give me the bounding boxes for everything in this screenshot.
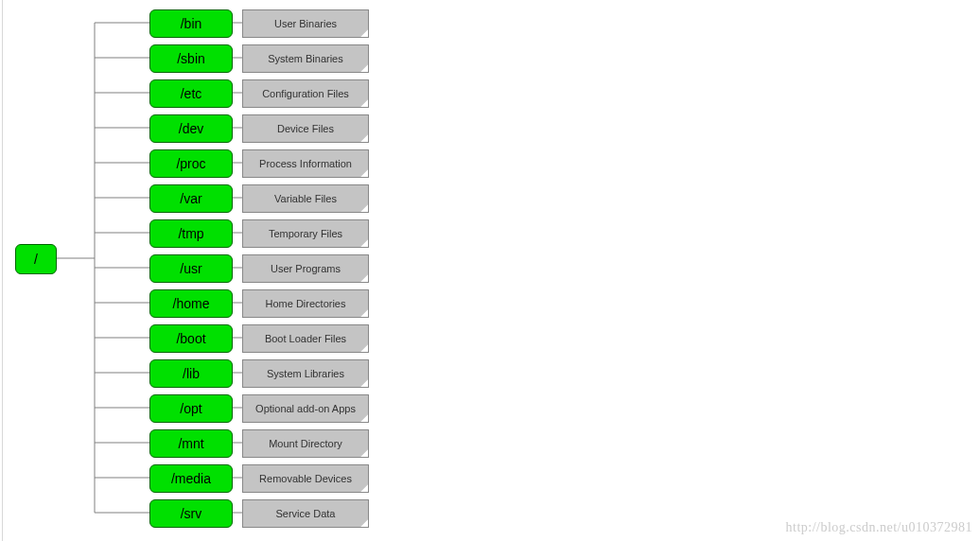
dir-node: /boot xyxy=(149,324,233,353)
desc-note: System Libraries xyxy=(242,359,369,388)
dir-node: /dev xyxy=(149,114,233,143)
diagram-canvas: / /binUser Binaries/sbinSystem Binaries/… xyxy=(0,0,980,541)
desc-note: Variable Files xyxy=(242,184,369,213)
dir-label: /bin xyxy=(181,16,202,31)
dir-label: /media xyxy=(171,471,211,486)
dir-node: /usr xyxy=(149,254,233,283)
root-node: / xyxy=(15,244,57,274)
desc-label: User Binaries xyxy=(274,18,337,29)
dir-node: /bin xyxy=(149,9,233,38)
dir-node: /media xyxy=(149,464,233,493)
dir-label: /boot xyxy=(176,331,205,346)
dir-label: /proc xyxy=(176,156,205,171)
desc-note: Mount Directory xyxy=(242,429,369,458)
page-left-rule xyxy=(2,0,3,541)
connector-lines xyxy=(0,0,980,541)
desc-note: Configuration Files xyxy=(242,79,369,108)
dir-node: /var xyxy=(149,184,233,213)
dir-label: /dev xyxy=(179,121,203,136)
dir-node: /srv xyxy=(149,499,233,528)
desc-label: Home Directories xyxy=(266,298,346,309)
desc-label: System Binaries xyxy=(268,53,342,64)
dir-node: /lib xyxy=(149,359,233,388)
dir-label: /opt xyxy=(180,401,201,416)
desc-note: Boot Loader Files xyxy=(242,324,369,353)
desc-label: Variable Files xyxy=(274,193,337,204)
desc-label: Device Files xyxy=(277,123,334,134)
desc-note: Process Information xyxy=(242,149,369,178)
desc-note: Device Files xyxy=(242,114,369,143)
desc-label: Service Data xyxy=(276,508,336,519)
desc-label: Boot Loader Files xyxy=(265,333,346,344)
desc-note: Optional add-on Apps xyxy=(242,394,369,423)
desc-note: User Programs xyxy=(242,254,369,283)
desc-note: Temporary Files xyxy=(242,219,369,248)
desc-label: Configuration Files xyxy=(262,88,349,99)
desc-note: Home Directories xyxy=(242,289,369,318)
watermark-text: http://blog.csdn.net/u010372981 xyxy=(786,520,973,535)
dir-label: /mnt xyxy=(178,436,203,451)
dir-node: /opt xyxy=(149,394,233,423)
dir-node: /mnt xyxy=(149,429,233,458)
desc-label: Temporary Files xyxy=(269,228,342,239)
desc-label: Optional add-on Apps xyxy=(255,403,356,414)
desc-label: Mount Directory xyxy=(269,438,342,449)
desc-note: Removable Devices xyxy=(242,464,369,493)
dir-node: /home xyxy=(149,289,233,318)
dir-label: /etc xyxy=(181,86,202,101)
dir-label: /srv xyxy=(181,506,202,521)
dir-label: /sbin xyxy=(177,51,205,66)
desc-note: System Binaries xyxy=(242,44,369,73)
dir-node: /proc xyxy=(149,149,233,178)
desc-note: User Binaries xyxy=(242,9,369,38)
dir-label: /lib xyxy=(183,366,200,381)
dir-label: /home xyxy=(173,296,210,311)
dir-label: /tmp xyxy=(178,226,203,241)
desc-note: Service Data xyxy=(242,499,369,528)
desc-label: User Programs xyxy=(271,263,341,274)
dir-label: /var xyxy=(180,191,201,206)
root-label: / xyxy=(34,252,38,267)
dir-node: /tmp xyxy=(149,219,233,248)
desc-label: Process Information xyxy=(259,158,352,169)
dir-label: /usr xyxy=(180,261,201,276)
dir-node: /etc xyxy=(149,79,233,108)
desc-label: Removable Devices xyxy=(259,473,352,484)
desc-label: System Libraries xyxy=(267,368,344,379)
dir-node: /sbin xyxy=(149,44,233,73)
